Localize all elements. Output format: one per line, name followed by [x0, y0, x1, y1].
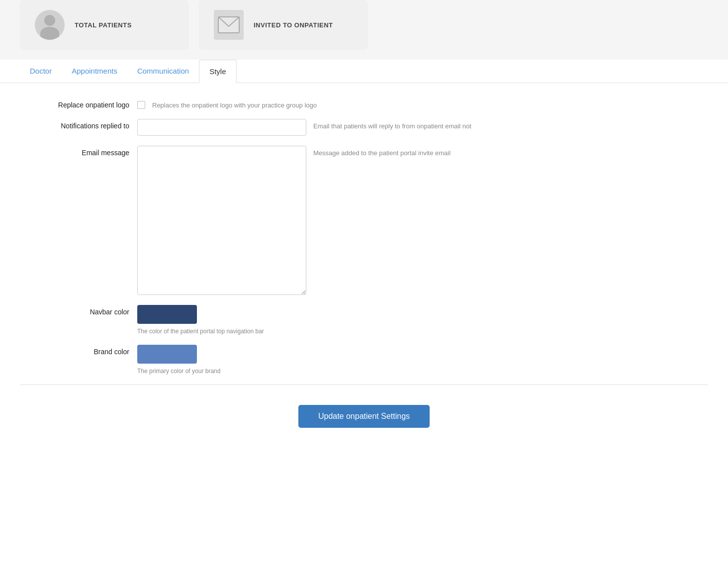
- tab-style[interactable]: Style: [199, 60, 236, 83]
- invited-to-onpatient-card: INVITED TO ONPATIENT: [199, 0, 368, 50]
- email-message-row: Email message Message added to the patie…: [20, 146, 708, 295]
- brand-color-swatch[interactable]: [137, 345, 197, 364]
- form-divider: [20, 385, 708, 385]
- navbar-color-hint: The color of the patient portal top navi…: [137, 328, 264, 335]
- navbar-color-swatch[interactable]: [137, 305, 197, 324]
- brand-color-hint: The primary color of your brand: [137, 368, 220, 375]
- tabs-nav: Doctor Appointments Communication Style: [0, 60, 728, 83]
- total-patients-card: TOTAL PATIENTS: [20, 0, 189, 50]
- update-settings-button[interactable]: Update onpatient Settings: [298, 405, 430, 428]
- tab-doctor[interactable]: Doctor: [20, 60, 62, 83]
- invited-to-onpatient-title: INVITED TO ONPATIENT: [254, 21, 333, 29]
- settings-form: Replace onpatient logo Replaces the onpa…: [0, 83, 728, 463]
- envelope-icon: [214, 10, 244, 40]
- navbar-color-row: Navbar color The color of the patient po…: [20, 305, 708, 335]
- brand-color-label: Brand color: [20, 345, 129, 356]
- notifications-replied-input[interactable]: [137, 119, 306, 136]
- email-message-textarea[interactable]: [137, 146, 306, 295]
- total-patients-title: TOTAL PATIENTS: [75, 21, 132, 29]
- email-message-hint: Message added to the patient portal invi…: [313, 146, 451, 157]
- tab-communication[interactable]: Communication: [127, 60, 199, 83]
- avatar-icon: [35, 10, 65, 40]
- notifications-replied-hint: Email that patients will reply to from o…: [313, 119, 471, 130]
- navbar-color-label: Navbar color: [20, 305, 129, 316]
- replace-logo-row: Replace onpatient logo Replaces the onpa…: [20, 98, 708, 109]
- submit-row: Update onpatient Settings: [20, 395, 708, 448]
- replace-logo-hint: Replaces the onpatient logo with your pr…: [152, 98, 317, 109]
- notifications-replied-row: Notifications replied to Email that pati…: [20, 119, 708, 136]
- brand-color-row: Brand color The primary color of your br…: [20, 345, 708, 375]
- notifications-replied-label: Notifications replied to: [20, 119, 129, 130]
- email-message-label: Email message: [20, 146, 129, 157]
- tab-appointments[interactable]: Appointments: [62, 60, 127, 83]
- replace-logo-label: Replace onpatient logo: [20, 98, 129, 109]
- replace-logo-checkbox[interactable]: [137, 101, 145, 109]
